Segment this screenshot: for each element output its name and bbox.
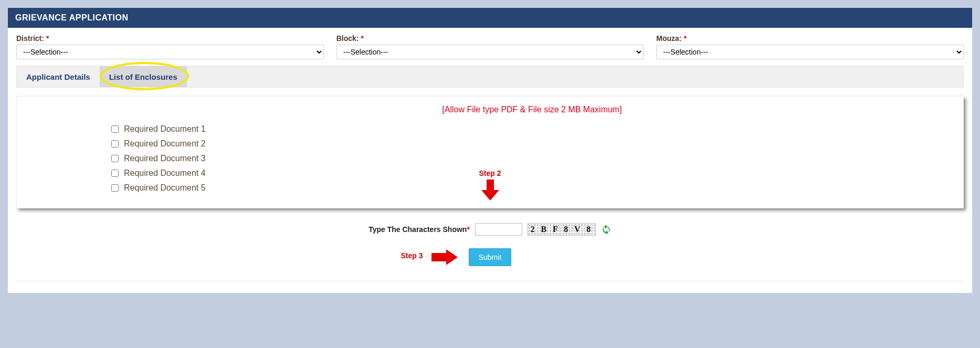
required-star: * xyxy=(361,34,363,43)
page-title: GRIEVANCE APPLICATION xyxy=(8,8,972,28)
app-frame: GRIEVANCE APPLICATION District: * ---Sel… xyxy=(7,7,973,293)
captcha-input[interactable] xyxy=(475,223,522,236)
captcha-label: Type The Characters Shown xyxy=(368,225,467,234)
list-item: Required Document 2 xyxy=(111,136,953,151)
list-item: Required Document 4 xyxy=(111,166,953,181)
captcha-row: Type The Characters Shown* 2 B F 8 V 8 xyxy=(16,223,964,236)
list-item: Required Document 5 xyxy=(111,181,953,195)
tab-list-of-enclosures[interactable]: List of Enclosures xyxy=(100,66,187,87)
district-label: District: xyxy=(16,34,44,43)
tab-applicant-details[interactable]: Applicant Details xyxy=(17,66,100,87)
submit-button[interactable]: Submit xyxy=(469,248,512,266)
captcha-image: 2 B F 8 V 8 xyxy=(528,223,596,236)
list-item: Required Document 1 xyxy=(111,122,953,136)
enclosures-panel: [Allow File type PDF & File size 2 MB Ma… xyxy=(16,96,964,208)
selector-row: District: * ---Selection--- Block: * ---… xyxy=(16,34,964,59)
block-label: Block: xyxy=(336,34,359,43)
doc-1-label: Required Document 1 xyxy=(124,124,206,134)
doc-5-checkbox[interactable] xyxy=(111,184,119,192)
doc-3-checkbox[interactable] xyxy=(111,155,119,162)
district-select[interactable]: ---Selection--- xyxy=(16,45,324,59)
doc-3-label: Required Document 3 xyxy=(124,154,206,163)
submit-row: Step 3 Submit xyxy=(16,248,964,266)
step-2-label: Step 2 xyxy=(479,169,501,177)
tab-strip: Applicant Details List of Enclosures xyxy=(16,66,964,88)
doc-1-checkbox[interactable] xyxy=(111,125,119,133)
doc-2-checkbox[interactable] xyxy=(111,140,119,147)
mouza-label: Mouza: xyxy=(656,34,681,43)
file-type-note: [Allow File type PDF & File size 2 MB Ma… xyxy=(111,105,953,114)
required-star: * xyxy=(46,34,49,43)
doc-2-label: Required Document 2 xyxy=(124,139,206,149)
required-star: * xyxy=(684,34,687,43)
arrow-right-icon xyxy=(431,249,460,265)
refresh-icon[interactable] xyxy=(601,224,612,235)
arrow-down-icon xyxy=(481,180,499,201)
block-select[interactable]: ---Selection--- xyxy=(336,45,644,59)
document-list: Required Document 1 Required Document 2 … xyxy=(111,122,953,195)
list-item: Required Document 3 xyxy=(111,151,953,166)
step-3-label: Step 3 xyxy=(401,251,423,260)
doc-4-label: Required Document 4 xyxy=(124,168,206,178)
mouza-select[interactable]: ---Selection--- xyxy=(656,45,964,59)
divider xyxy=(16,281,964,281)
doc-4-checkbox[interactable] xyxy=(111,170,119,177)
required-star: * xyxy=(467,225,469,234)
doc-5-label: Required Document 5 xyxy=(124,183,206,193)
